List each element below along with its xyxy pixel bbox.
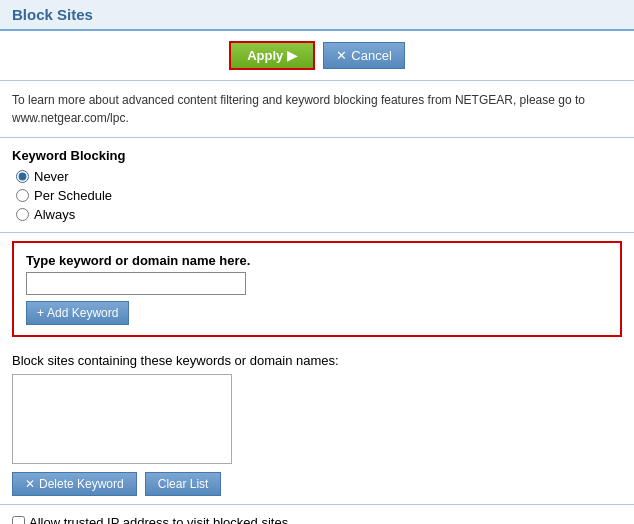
delete-keyword-button[interactable]: ✕ Delete Keyword: [12, 472, 137, 496]
cancel-button[interactable]: ✕ Cancel: [323, 42, 404, 69]
trusted-ip-checkbox-label: Allow trusted IP address to visit blocke…: [29, 515, 288, 524]
delete-keyword-x-icon: ✕: [25, 477, 35, 491]
cancel-x-icon: ✕: [336, 48, 347, 63]
radio-per-schedule[interactable]: [16, 189, 29, 202]
keyword-listbox[interactable]: [12, 374, 232, 464]
page-title: Block Sites: [12, 6, 622, 23]
button-row: ✕ Delete Keyword Clear List: [12, 472, 622, 496]
add-keyword-label: Add Keyword: [47, 306, 118, 320]
radio-never-label: Never: [34, 169, 69, 184]
radio-always-label: Always: [34, 207, 75, 222]
toolbar: Apply ▶ ✕ Cancel: [0, 31, 634, 81]
apply-label: Apply: [247, 48, 283, 63]
trusted-ip-checkbox-row: Allow trusted IP address to visit blocke…: [12, 515, 622, 524]
apply-button[interactable]: Apply ▶: [229, 41, 315, 70]
keyword-blocking-section: Keyword Blocking Never Per Schedule Alwa…: [0, 138, 634, 233]
add-keyword-plus-icon: +: [37, 306, 44, 320]
radio-never[interactable]: [16, 170, 29, 183]
clear-list-label: Clear List: [158, 477, 209, 491]
radio-option-always[interactable]: Always: [16, 207, 622, 222]
keyword-blocking-label: Keyword Blocking: [12, 148, 622, 163]
delete-keyword-label: Delete Keyword: [39, 477, 124, 491]
info-section: To learn more about advanced content fil…: [0, 81, 634, 138]
trusted-ip-section: Allow trusted IP address to visit blocke…: [0, 505, 634, 524]
block-sites-section: Block sites containing these keywords or…: [0, 345, 634, 505]
radio-option-never[interactable]: Never: [16, 169, 622, 184]
clear-list-button[interactable]: Clear List: [145, 472, 222, 496]
add-keyword-button[interactable]: + Add Keyword: [26, 301, 129, 325]
keyword-input-label: Type keyword or domain name here.: [26, 253, 608, 268]
keyword-blocking-radio-group: Never Per Schedule Always: [16, 169, 622, 222]
radio-option-per-schedule[interactable]: Per Schedule: [16, 188, 622, 203]
cancel-label: Cancel: [351, 48, 391, 63]
trusted-ip-checkbox[interactable]: [12, 516, 25, 524]
keyword-input-section: Type keyword or domain name here. + Add …: [12, 241, 622, 337]
radio-always[interactable]: [16, 208, 29, 221]
keyword-text-input[interactable]: [26, 272, 246, 295]
info-text: To learn more about advanced content fil…: [12, 93, 585, 125]
radio-per-schedule-label: Per Schedule: [34, 188, 112, 203]
apply-arrow-icon: ▶: [287, 48, 297, 63]
page-header: Block Sites: [0, 0, 634, 31]
block-sites-label: Block sites containing these keywords or…: [12, 353, 622, 368]
